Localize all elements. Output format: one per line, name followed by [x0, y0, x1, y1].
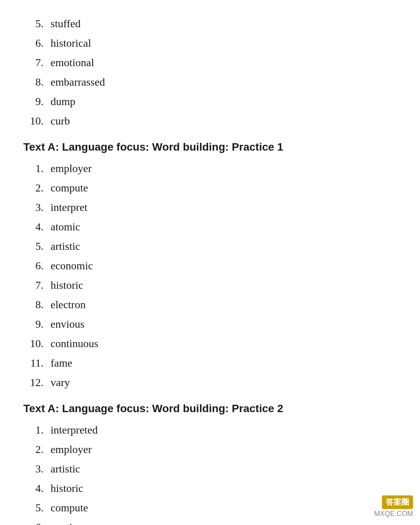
item-text: historical: [51, 35, 91, 51]
section2-heading: Text A: Language focus: Word building: P…: [23, 402, 397, 415]
item-text: historic: [51, 480, 83, 497]
list-item: 5.compute: [23, 500, 397, 516]
list-item: 6.historical: [23, 35, 397, 51]
list-item: 11.fame: [23, 355, 397, 371]
list-item: 3.interpret: [23, 199, 397, 216]
item-number: 8.: [23, 297, 51, 313]
item-number: 7.: [23, 277, 51, 293]
item-text: dump: [51, 93, 75, 110]
watermark-logo: 答案圈: [382, 495, 413, 509]
item-number: 3.: [23, 199, 51, 216]
item-number: 7.: [23, 54, 51, 71]
list-item: 2.compute: [23, 180, 397, 196]
item-number: 5.: [23, 16, 51, 32]
item-number: 6.: [23, 519, 51, 525]
item-number: 10.: [23, 335, 51, 352]
item-number: 9.: [23, 316, 51, 332]
item-text: electron: [51, 297, 86, 313]
section0-list: 5.stuffed6.historical7.emotional8.embarr…: [23, 16, 397, 129]
section1-list: 1.employer2.compute3.interpret4.atomic5.…: [23, 160, 397, 391]
list-item: 9.envious: [23, 316, 397, 332]
list-item: 6.economic: [23, 258, 397, 274]
list-item: 3.artistic: [23, 461, 397, 477]
item-number: 4.: [23, 480, 51, 497]
item-number: 12.: [23, 374, 51, 391]
item-number: 5.: [23, 238, 51, 255]
item-number: 4.: [23, 219, 51, 235]
list-item: 4.atomic: [23, 219, 397, 235]
section2-list: 1.interpreted2.employer3.artistic4.histo…: [23, 422, 397, 525]
list-item: 5.stuffed: [23, 16, 397, 32]
item-text: atomic: [51, 219, 80, 235]
item-number: 8.: [23, 74, 51, 90]
item-text: employer: [51, 441, 92, 458]
item-text: interpret: [51, 199, 88, 216]
watermark-url: MXQE.COM: [374, 510, 413, 518]
item-number: 1.: [23, 422, 51, 438]
item-text: embarrassed: [51, 74, 105, 90]
item-text: curb: [51, 113, 70, 129]
item-number: 9.: [23, 93, 51, 110]
list-item: 2.employer: [23, 441, 397, 458]
list-item: 1.employer: [23, 160, 397, 177]
list-item: 10.curb: [23, 113, 397, 129]
watermark: 答案圈 MXQE.COM: [374, 495, 413, 518]
item-number: 10.: [23, 113, 51, 129]
item-text: continuous: [51, 335, 98, 352]
item-number: 11.: [23, 355, 51, 371]
list-item: 12.vary: [23, 374, 397, 391]
item-text: emotional: [51, 54, 94, 71]
item-text: artistic: [51, 238, 80, 255]
item-number: 3.: [23, 461, 51, 477]
list-item: 9.dump: [23, 93, 397, 110]
item-number: 2.: [23, 180, 51, 196]
list-item: 10.continuous: [23, 335, 397, 352]
list-item: 7.emotional: [23, 54, 397, 71]
list-item: 5.artistic: [23, 238, 397, 255]
item-text: artistic: [51, 461, 80, 477]
item-text: compute: [51, 180, 88, 196]
item-text: envious: [51, 316, 84, 332]
item-text: continuous: [51, 519, 98, 525]
list-item: 1.interpreted: [23, 422, 397, 438]
item-number: 2.: [23, 441, 51, 458]
item-text: compute: [51, 500, 88, 516]
item-number: 5.: [23, 500, 51, 516]
list-item: 6.continuous: [23, 519, 397, 525]
item-text: stuffed: [51, 16, 80, 32]
section1-heading: Text A: Language focus: Word building: P…: [23, 141, 397, 153]
list-item: 8.embarrassed: [23, 74, 397, 90]
list-item: 7.historic: [23, 277, 397, 293]
item-number: 6.: [23, 258, 51, 274]
item-text: fame: [51, 355, 72, 371]
item-text: historic: [51, 277, 83, 293]
item-number: 6.: [23, 35, 51, 51]
list-item: 4.historic: [23, 480, 397, 497]
item-text: interpreted: [51, 422, 98, 438]
list-item: 8.electron: [23, 297, 397, 313]
item-number: 1.: [23, 160, 51, 177]
item-text: employer: [51, 160, 92, 177]
item-text: vary: [51, 374, 70, 391]
item-text: economic: [51, 258, 93, 274]
